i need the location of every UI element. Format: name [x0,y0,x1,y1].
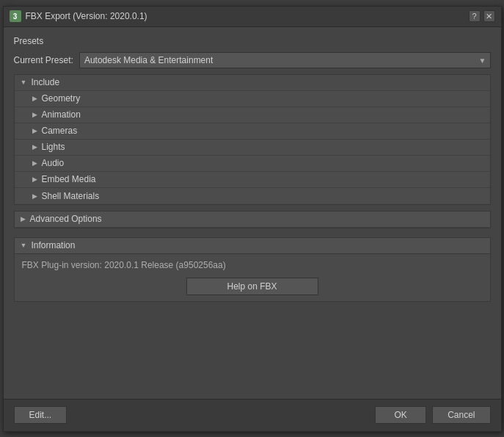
animation-label: Animation [42,109,81,120]
title-bar: 3 FBX Export (Version: 2020.0.1) ? ✕ [4,7,501,27]
dialog-footer: Edit... OK Cancel [4,399,501,431]
animation-arrow-icon: ▶ [32,111,37,118]
embed-media-arrow-icon: ▶ [32,176,37,183]
preset-select-wrapper[interactable]: Autodesk Media & Entertainment Maya 3ds … [79,52,491,68]
shell-materials-arrow-icon: ▶ [32,192,37,200]
version-text: FBX Plug-in version: 2020.0.1 Release (a… [22,260,483,270]
advanced-options-label: Advanced Options [30,214,102,224]
shell-materials-item[interactable]: ▶ Shell Materials [15,188,490,204]
help-on-fbx-button[interactable]: Help on FBX [186,278,318,295]
embed-media-label: Embed Media [42,174,96,184]
audio-label: Audio [42,158,65,168]
title-bar-buttons: ? ✕ [469,10,495,22]
animation-item[interactable]: ▶ Animation [15,107,490,123]
lights-arrow-icon: ▶ [32,143,37,151]
lights-label: Lights [42,142,65,152]
advanced-options-section: ▶ Advanced Options [14,211,491,228]
geometry-label: Geometry [42,93,81,104]
advanced-options-header[interactable]: ▶ Advanced Options [15,212,490,228]
footer-right: OK Cancel [375,406,490,424]
current-preset-label: Current Preset: [14,55,73,65]
presets-section: Presets Current Preset: Autodesk Media &… [14,36,491,68]
include-header[interactable]: ▼ Include [15,75,490,91]
geometry-item[interactable]: ▶ Geometry [15,91,490,107]
cameras-arrow-icon: ▶ [32,127,37,134]
ok-button[interactable]: OK [375,406,426,424]
cancel-button[interactable]: Cancel [432,406,490,424]
help-title-button[interactable]: ? [469,10,481,22]
information-header[interactable]: ▼ Information [14,237,491,253]
include-section: ▼ Include ▶ Geometry ▶ Animation ▶ Camer… [14,74,491,205]
cameras-item[interactable]: ▶ Cameras [15,123,490,140]
title-bar-left: 3 FBX Export (Version: 2020.0.1) [10,10,147,22]
information-section: ▼ Information FBX Plug-in version: 2020.… [14,237,491,302]
geometry-arrow-icon: ▶ [32,95,37,102]
close-title-button[interactable]: ✕ [483,10,495,22]
include-label: Include [31,77,59,87]
app-icon: 3 [10,10,21,22]
footer-left: Edit... [14,406,67,424]
cameras-label: Cameras [42,126,78,136]
preset-select[interactable]: Autodesk Media & Entertainment Maya 3ds … [79,52,491,68]
advanced-options-arrow-icon: ▶ [21,215,26,223]
include-arrow-icon: ▼ [21,79,27,86]
information-arrow-icon: ▼ [21,242,27,249]
shell-materials-label: Shell Materials [42,191,100,201]
audio-item[interactable]: ▶ Audio [15,156,490,172]
embed-media-item[interactable]: ▶ Embed Media [15,172,490,188]
fbx-export-dialog: 3 FBX Export (Version: 2020.0.1) ? ✕ Pre… [3,6,502,432]
audio-arrow-icon: ▶ [32,159,37,167]
edit-button[interactable]: Edit... [14,406,67,424]
lights-item[interactable]: ▶ Lights [15,140,490,156]
dialog-body: Presets Current Preset: Autodesk Media &… [4,27,501,399]
window-title: FBX Export (Version: 2020.0.1) [26,11,147,21]
information-body: FBX Plug-in version: 2020.0.1 Release (a… [14,253,491,302]
presets-label: Presets [14,36,491,46]
information-label: Information [31,240,75,250]
presets-row: Current Preset: Autodesk Media & Enterta… [14,52,491,68]
